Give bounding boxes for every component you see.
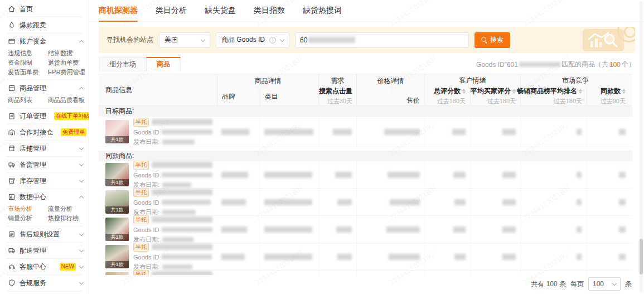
table-row[interactable]: 共1款 半托 Goods ID 发布日期: — [99, 189, 632, 216]
sort-icon[interactable] — [622, 89, 626, 94]
sidebar-item-home[interactable]: 首页 — [0, 2, 89, 16]
product-image[interactable]: 共1款 — [105, 218, 129, 241]
chevron-up-icon[interactable] — [79, 195, 84, 200]
tab-goods[interactable]: 商品 — [146, 57, 181, 71]
sidebar-group-label: 备货管理 — [20, 160, 46, 170]
page-size-select[interactable]: 100 — [588, 277, 621, 291]
sidebar-group-inventory-mgmt[interactable]: 库存管理 — [0, 174, 89, 187]
sidebar-group-shop-mgmt[interactable]: 店铺管理 — [0, 142, 89, 155]
product-image[interactable]: 共1款 — [105, 163, 129, 186]
search-type-select[interactable]: 商品 Goods ID i — [216, 32, 289, 48]
product-info-cell: 共1款 半托 Goods ID 发布日期: — [99, 161, 217, 188]
goods-icon — [7, 84, 16, 93]
redacted-text — [337, 254, 352, 260]
chevron-down-icon[interactable] — [79, 177, 84, 182]
table-row[interactable]: 共1款 半托 Goods ID 发布日期: — [99, 271, 632, 275]
clicks-cell — [318, 189, 356, 215]
sidebar-sublink[interactable]: 结算数据 — [48, 49, 86, 58]
table-row[interactable]: 共1款 半托 Goods ID 发布日期: — [99, 216, 632, 243]
sidebar-group-data-center[interactable]: 数据中心 — [0, 190, 89, 204]
chevron-down-icon[interactable] — [79, 231, 84, 235]
promo-badge: 免费理单 — [61, 128, 86, 136]
tab-category-index[interactable]: 类目指数 — [254, 0, 285, 22]
tab-category-analysis[interactable]: 类目分析 — [156, 0, 187, 22]
table-row[interactable]: 共1款 半托 Goods ID 发布日期: — [99, 117, 632, 147]
tab-segment-market[interactable]: 细分市场 — [99, 57, 147, 71]
sidebar-group-order-mgmt[interactable]: 订单管理 在线下单补贴中 — [0, 109, 89, 123]
sidebar-group-goods-mgmt[interactable]: 商品管理 — [0, 81, 89, 95]
search-button[interactable]: 搜索 — [474, 32, 510, 48]
table-row[interactable]: 共1款 半托 Goods ID 发布日期: — [99, 161, 632, 189]
sidebar-sublink[interactable]: 资金限制 — [8, 58, 48, 68]
chevron-down-icon[interactable] — [79, 279, 84, 284]
chevron-up-icon[interactable] — [79, 40, 84, 44]
match-suffix: 个） — [622, 60, 635, 69]
sort-icon[interactable] — [512, 89, 516, 94]
sidebar-sublink[interactable]: 违规信息 — [8, 49, 48, 58]
chevron-down-icon[interactable] — [79, 145, 84, 150]
redacted-text — [502, 199, 516, 205]
sidebar-group-aftersale-rules[interactable]: 售后规则设置 — [0, 228, 89, 241]
sidebar-group-compliance[interactable]: 合规服务 — [0, 276, 89, 290]
price-cell — [356, 271, 424, 275]
tab-oos-hot-keywords[interactable]: 缺货热搜词 — [303, 0, 342, 22]
promo-badge: 在线下单补贴中 — [54, 112, 89, 120]
aftersale-icon — [7, 230, 16, 239]
divider — [7, 291, 82, 291]
redacted-text — [264, 172, 312, 178]
product-image[interactable]: 共1款 — [105, 272, 129, 275]
sidebar-sublink[interactable]: EPR费用管理 — [48, 68, 86, 77]
sidebar-group-stock-mgmt[interactable]: 备货管理 — [0, 158, 89, 171]
tab-missing-supply[interactable]: 缺失货盘 — [205, 0, 236, 22]
sort-icon[interactable] — [462, 89, 466, 94]
vertical-scrollbar[interactable] — [640, 1, 643, 293]
product-image[interactable]: 共1款 — [105, 120, 129, 143]
chevron-down-icon — [612, 281, 617, 285]
avg-rating-cell — [470, 243, 520, 270]
sidebar-item-hot-sale[interactable]: 爆款跟卖 — [0, 18, 89, 32]
wallet-icon — [7, 37, 16, 46]
match-mid: 匹配的商品（共 — [561, 60, 608, 69]
chevron-up-icon[interactable] — [79, 86, 84, 91]
redacted-text — [162, 200, 211, 205]
redacted-text — [221, 129, 249, 135]
sidebar-sublink[interactable]: 发货面单费 — [8, 68, 48, 77]
table-row[interactable]: 共1款 半托 Goods ID 发布日期: — [99, 243, 632, 271]
sidebar-sublink[interactable]: 热搜排行榜 — [48, 214, 86, 223]
headset-icon — [7, 263, 16, 271]
sidebar-group-account-funds[interactable]: 账户资金 — [0, 35, 89, 48]
goods-id-input[interactable]: 60 — [295, 32, 469, 48]
chevron-down-icon[interactable] — [79, 161, 84, 166]
product-image[interactable]: 共1款 — [105, 245, 129, 268]
redacted-title — [152, 189, 212, 195]
sidebar: 首页 爆款跟卖 账户资金 违规信息 结算数据 资金限制 退货面单费 发货面单费 … — [0, 0, 89, 294]
pagination-bar: 共有 100 条 每页 100 条 — [90, 275, 644, 293]
order-icon — [7, 112, 16, 121]
redacted-text — [162, 129, 212, 134]
sidebar-group-partner-warehouse[interactable]: 合作对接仓 免费理单 — [0, 126, 89, 139]
sidebar-group-label: 商品管理 — [20, 84, 46, 93]
sidebar-sublink[interactable]: 流量分析 — [48, 204, 86, 214]
sidebar-group-service-center[interactable]: 客服中心 NEW — [0, 260, 89, 273]
redacted-text — [337, 199, 352, 205]
sidebar-sublink-market-analysis[interactable]: 市场分析 — [8, 204, 48, 214]
brand-cell — [217, 161, 259, 188]
chevron-down-icon[interactable] — [79, 247, 84, 252]
product-image[interactable]: 共1款 — [105, 190, 129, 214]
scrollbar-thumb[interactable] — [640, 239, 643, 274]
site-select[interactable]: 美国 — [159, 32, 210, 48]
new-badge: NEW — [60, 263, 76, 271]
sidebar-sublink[interactable]: 商品品质看板 — [48, 95, 86, 105]
chevron-down-icon[interactable] — [79, 263, 84, 268]
sort-icon[interactable] — [579, 89, 582, 94]
home-icon — [7, 5, 16, 13]
semi-managed-tag: 半托 — [133, 188, 149, 197]
sidebar-group-delivery-mgmt[interactable]: 配送管理 — [0, 244, 89, 257]
divider — [7, 33, 82, 33]
sidebar-sublink[interactable]: 销量分析 — [8, 214, 48, 223]
sidebar-sublink[interactable]: 商品列表 — [8, 95, 48, 105]
sidebar-sublink[interactable]: 退货面单费 — [48, 58, 86, 68]
tab-opportunity-detector[interactable]: 商机探测器 — [99, 0, 138, 22]
avg-rating-cell — [470, 216, 520, 243]
help-icon[interactable]: i — [269, 37, 276, 44]
